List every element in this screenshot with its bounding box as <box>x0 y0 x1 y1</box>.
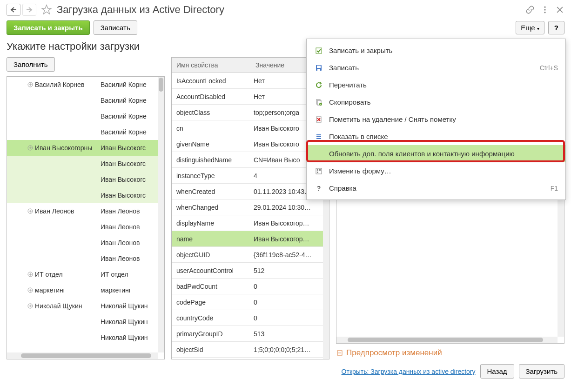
property-value: 29.01.2024 10:30… <box>251 204 329 211</box>
property-name: badPwdCount <box>172 283 251 290</box>
dropdown-item-label: Справка <box>329 184 551 192</box>
property-row[interactable]: badPwdCount0 <box>172 279 329 294</box>
property-value: Иван Высокогор… <box>251 219 329 227</box>
tree-row[interactable]: Николай Щукин <box>7 314 164 330</box>
dropdown-item-label: Записать и закрыть <box>329 47 558 54</box>
property-value: 0 <box>251 299 329 306</box>
expand-icon[interactable] <box>27 287 33 293</box>
dropdown-item[interactable]: Пометить на удаление / Снять пометку <box>307 111 565 128</box>
link-icon[interactable] <box>525 5 535 14</box>
tree-row[interactable]: Иван Высокогс <box>7 187 164 203</box>
tree-row[interactable]: Иван Леонов <box>7 219 164 235</box>
expand-icon[interactable] <box>27 82 33 87</box>
nav-back-button[interactable] <box>7 4 20 16</box>
save-button[interactable]: Записать <box>94 20 137 35</box>
property-row[interactable]: objectSid1;5;0;0;0;0;0;5;21… <box>172 342 329 358</box>
tree-col-value: Иван Высокогс <box>98 192 164 199</box>
property-row[interactable]: codePage0 <box>172 294 329 310</box>
load-button[interactable]: Загрузить <box>519 364 565 379</box>
more-button[interactable]: Еще ▾ <box>516 21 544 34</box>
property-name: cn <box>172 125 251 132</box>
property-name: whenChanged <box>172 204 251 211</box>
dropdown-item[interactable]: Обновить доп. поля клиентов и контактную… <box>307 145 565 162</box>
dropdown-item-label: Перечитать <box>329 81 558 89</box>
dropdown-item[interactable]: Записать и закрыть <box>307 42 565 59</box>
property-row[interactable]: displayNameИван Высокогор… <box>172 215 329 231</box>
tree-col-name: Иван Леонов <box>7 207 98 215</box>
property-value: 512 <box>251 267 329 274</box>
expand-icon[interactable] <box>27 145 33 151</box>
property-row[interactable]: userAccountControl512 <box>172 263 329 279</box>
svg-rect-25 <box>317 66 321 68</box>
dropdown-item[interactable]: Изменить форму… <box>307 162 565 179</box>
save-close-button[interactable]: Записать и закрыть <box>7 20 90 35</box>
svg-rect-37 <box>319 169 321 171</box>
property-name: givenName <box>172 140 251 148</box>
svg-rect-26 <box>317 69 320 71</box>
property-value: {36f119e8-ac52-4… <box>251 251 329 259</box>
tree-row[interactable]: ИТ отделИТ отдел <box>7 266 164 282</box>
tree-col-value: Василий Корне <box>98 128 164 136</box>
more-dropdown: Записать и закрытьЗаписатьCtrl+SПеречита… <box>306 39 566 200</box>
close-icon[interactable] <box>555 5 564 14</box>
property-row[interactable]: primaryGroupID513 <box>172 326 329 342</box>
tree-row[interactable]: Николай ЩукинНиколай Щукин <box>7 298 164 314</box>
tree-scrollbar-vertical[interactable] <box>158 77 164 352</box>
help-button[interactable]: ? <box>548 21 564 34</box>
tree-row[interactable]: Василий Корне <box>7 124 164 140</box>
tree-row[interactable]: маркетингмаркетинг <box>7 282 164 298</box>
property-row[interactable]: whenChanged29.01.2024 10:30… <box>172 199 329 215</box>
property-row[interactable]: countryCode0 <box>172 310 329 326</box>
property-row[interactable]: distinguishedNameCN=Иван Высо <box>172 152 329 168</box>
property-row[interactable]: nameИван Высокогор… <box>172 231 329 247</box>
dropdown-item[interactable]: +Скопировать <box>307 93 565 111</box>
tree-row[interactable]: Иван Леонов <box>7 251 164 266</box>
dropdown-item[interactable]: ЗаписатьCtrl+S <box>307 59 565 76</box>
property-name: codePage <box>172 299 251 306</box>
tree-row[interactable]: Василий Корне <box>7 93 164 108</box>
dropdown-item[interactable]: Перечитать <box>307 76 565 93</box>
copy-icon: + <box>313 98 324 107</box>
property-name: AccountDisabled <box>172 93 251 100</box>
property-row[interactable]: instanceType4 <box>172 168 329 184</box>
property-row[interactable]: objectClasstop;person;orga <box>172 105 329 120</box>
svg-point-1 <box>544 9 545 10</box>
open-link[interactable]: Открыть: Загрузка данных из active direc… <box>342 368 476 375</box>
property-row[interactable]: givenNameИван Высокого <box>172 136 329 152</box>
tree-row[interactable]: Василий КорневВасилий Корне <box>7 77 164 93</box>
tree-row[interactable]: Николай Щукин <box>7 330 164 345</box>
dropdown-item[interactable]: Показать в списке <box>307 128 565 145</box>
svg-text:?: ? <box>317 185 321 192</box>
preview-scrollbar-horizontal[interactable] <box>336 337 558 343</box>
expand-icon[interactable] <box>27 303 33 309</box>
dropdown-item-label: Изменить форму… <box>329 167 558 175</box>
dropdown-item-label: Показать в списке <box>329 133 558 140</box>
tree-col-value: Иван Леонов <box>98 255 164 262</box>
blank-icon <box>313 149 324 159</box>
tree-row[interactable]: Иван ВысокогорныИван Высокогс <box>7 140 164 156</box>
expand-icon[interactable] <box>27 272 33 277</box>
property-row[interactable]: whenCreated01.11.2023 10:43… <box>172 184 329 199</box>
expand-icon[interactable] <box>27 208 33 214</box>
property-row[interactable]: cnИван Высокого <box>172 120 329 136</box>
dropdown-item[interactable]: ?СправкаF1 <box>307 179 565 197</box>
tree-col-value: Николай Щукин <box>98 318 164 326</box>
fill-button[interactable]: Заполнить <box>7 57 55 72</box>
property-name: displayName <box>172 219 251 227</box>
svg-rect-38 <box>317 172 318 173</box>
tree-col-name: маркетинг <box>7 286 98 294</box>
property-row[interactable]: AccountDisabledНет <box>172 89 329 105</box>
nav-forward-button[interactable] <box>22 4 36 16</box>
preview-title[interactable]: Предпросмотр изменений <box>336 346 564 359</box>
tree-row[interactable]: Василий Корне <box>7 108 164 124</box>
tree-scrollbar-horizontal[interactable] <box>7 352 158 359</box>
property-row[interactable]: IsAccountLockedНет <box>172 73 329 89</box>
property-row[interactable]: objectGUID{36f119e8-ac52-4… <box>172 247 329 263</box>
tree-row[interactable]: Иван ЛеоновИван Леонов <box>7 203 164 219</box>
tree-row[interactable]: Иван Леонов <box>7 235 164 251</box>
back-button[interactable]: Назад <box>480 364 514 379</box>
star-icon[interactable] <box>41 4 52 15</box>
tree-row[interactable]: Иван Высокогс <box>7 156 164 172</box>
tree-row[interactable]: Иван Высокогс <box>7 172 164 187</box>
kebab-icon[interactable] <box>540 5 550 14</box>
